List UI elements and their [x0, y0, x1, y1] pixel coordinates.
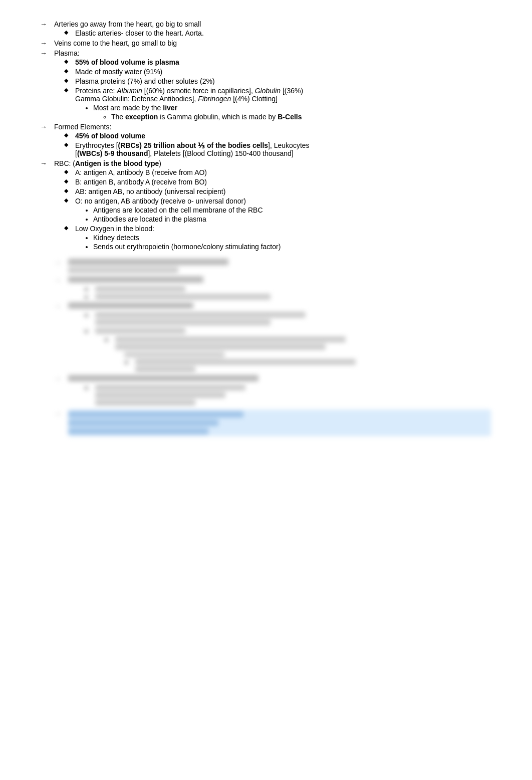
- list-item: Erythrocytes [(RBCs) 25 trillion about ⅓…: [64, 141, 491, 157]
- main-list: Arteries go away from the heart, go big …: [40, 20, 491, 251]
- list-item: 45% of blood volume: [64, 132, 491, 140]
- most-liver-text: Most are made by the liver: [93, 104, 177, 112]
- formed-elements-sub: 45% of blood volume Erythrocytes [(RBCs)…: [64, 132, 491, 157]
- arteries-text: Arteries go away from the heart, go big …: [54, 20, 201, 28]
- list-item-rbc: RBC: (Antigen is the blood type) A: anti…: [40, 159, 491, 251]
- list-item: 55% of blood volume is plasma: [64, 58, 491, 66]
- blurred-row-3: →: [54, 302, 491, 309]
- list-item-arteries: Arteries go away from the heart, go big …: [40, 20, 491, 37]
- list-item: Made of mostly water (91%): [64, 68, 491, 76]
- blood-type-o-text: O: no antigen, AB antibody (receive o- u…: [75, 197, 246, 205]
- rbc-sub: A: antigen A, antibody B (receive from A…: [64, 168, 491, 251]
- list-item: Sends out erythropoietin (hormone/colony…: [93, 243, 491, 251]
- blood-type-ab-text: AB: antigen AB, no antibody (universal r…: [75, 187, 225, 196]
- gamma-globulin-text: Gamma Globulin: Defense Antibodies], Fib…: [75, 95, 278, 103]
- blurred-row-2: →: [54, 276, 491, 283]
- blood-type-o-sub: Antigens are located on the cell membran…: [93, 206, 491, 223]
- list-item-veins: Veins come to the heart, go small to big: [40, 39, 491, 47]
- blood-type-a-text: A: antigen A, antibody B (receive from A…: [75, 168, 207, 176]
- list-item: Kidney detects: [93, 234, 491, 242]
- list-item: A: antigen A, antibody B (receive from A…: [64, 168, 491, 176]
- list-item: Antibodies are located in the plasma: [93, 215, 491, 223]
- blood-volume-text: 55% of blood volume is plasma: [75, 58, 179, 66]
- exception-text: The exception is Gamma globulin, which i…: [111, 113, 302, 121]
- elastic-arteries-text: Elastic arteries- closer to the heart. A…: [75, 29, 204, 37]
- list-item-plasma: Plasma: 55% of blood volume is plasma Ma…: [40, 49, 491, 121]
- antibodies-location-text: Antibodies are located in the plasma: [93, 215, 206, 223]
- water-text: Made of mostly water (91%): [75, 68, 162, 76]
- list-item: Antigens are located on the cell membran…: [93, 206, 491, 214]
- formed-volume-text: 45% of blood volume: [75, 132, 145, 140]
- blurred-sub-1: ◆ ◆: [54, 286, 491, 300]
- veins-text: Veins come to the heart, go small to big: [54, 39, 177, 47]
- list-item: O: no antigen, AB antibody (receive o- u…: [64, 197, 491, 223]
- document-content: Arteries go away from the heart, go big …: [40, 20, 491, 436]
- list-item-proteins: Proteins are: Albumin [(60%) osmotic for…: [64, 87, 491, 121]
- plasma-sub: 55% of blood volume is plasma Made of mo…: [64, 58, 491, 121]
- erythrocytes-text: Erythrocytes [(RBCs) 25 trillion about ⅓…: [75, 141, 310, 149]
- list-item: AB: antigen AB, no antibody (universal r…: [64, 187, 491, 196]
- kidney-detects-text: Kidney detects: [93, 234, 139, 242]
- erythropoietin-text: Sends out erythropoietin (hormone/colony…: [93, 243, 281, 251]
- list-item: Most are made by the liver The exception…: [93, 104, 491, 121]
- rbc-text: RBC: (Antigen is the blood type): [54, 159, 161, 167]
- blurred-row-5: →: [54, 410, 491, 436]
- blurred-sub-3: ◆: [54, 384, 491, 406]
- arteries-sub: Elastic arteries- closer to the heart. A…: [64, 29, 491, 37]
- list-item: The exception is Gamma globulin, which i…: [111, 113, 491, 121]
- liver-sub: The exception is Gamma globulin, which i…: [111, 113, 491, 121]
- proteins-text: Proteins are: Albumin [(60%) osmotic for…: [75, 87, 303, 95]
- blood-type-b-text: B: antigen B, antibody A (receive from B…: [75, 178, 207, 186]
- wbcs-text: [(WBCs) 5-9 thousand], Platelets [(Blood…: [75, 149, 294, 157]
- proteins-sub: Most are made by the liver The exception…: [93, 104, 491, 121]
- list-item: B: antigen B, antibody A (receive from B…: [64, 178, 491, 186]
- list-item: Plasma proteins (7%) and other solutes (…: [64, 77, 491, 85]
- plasma-proteins-text: Plasma proteins (7%) and other solutes (…: [75, 77, 215, 85]
- blurred-sub-2: ◆ ◆ ◆ ◆: [54, 312, 491, 372]
- list-item: Low Oxygen in the blood: Kidney detects …: [64, 225, 491, 251]
- low-oxygen-sub: Kidney detects Sends out erythropoietin …: [93, 234, 491, 251]
- plasma-text: Plasma:: [54, 49, 80, 57]
- formed-elements-text: Formed Elements:: [54, 123, 111, 131]
- antigens-location-text: Antigens are located on the cell membran…: [93, 206, 263, 214]
- blurred-row-1: →: [54, 259, 491, 273]
- list-item-formed-elements: Formed Elements: 45% of blood volume Ery…: [40, 123, 491, 157]
- low-oxygen-text: Low Oxygen in the blood:: [75, 225, 154, 233]
- blurred-row-4: →: [54, 375, 491, 381]
- blurred-content: → → ◆ ◆ →: [40, 259, 491, 436]
- list-item: Elastic arteries- closer to the heart. A…: [64, 29, 491, 37]
